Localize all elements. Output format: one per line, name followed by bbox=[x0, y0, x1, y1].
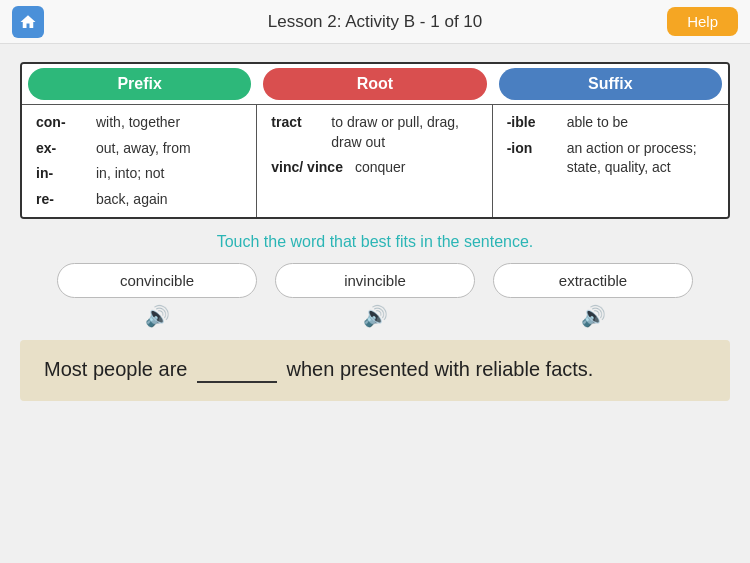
word-choices: convincible invincible extractible bbox=[20, 263, 730, 298]
speaker-icon: 🔊 bbox=[145, 304, 170, 328]
prefix-header-col: Prefix bbox=[22, 64, 257, 104]
choice-invincible[interactable]: invincible bbox=[275, 263, 475, 298]
list-item: con- with, together bbox=[36, 113, 242, 133]
suffix-val-1: able to be bbox=[567, 113, 629, 133]
speaker-icon: 🔊 bbox=[363, 304, 388, 328]
prefix-key-3: in- bbox=[36, 164, 84, 184]
list-item: re- back, again bbox=[36, 190, 242, 210]
prefix-val-4: back, again bbox=[96, 190, 168, 210]
suffix-val-2: an action or process; state, quality, ac… bbox=[567, 139, 714, 178]
audio-extractible[interactable]: 🔊 bbox=[493, 304, 693, 328]
root-col: tract to draw or pull, drag, draw out vi… bbox=[257, 105, 492, 217]
instruction-text: Touch the word that best fits in the sen… bbox=[20, 233, 730, 251]
speaker-icon: 🔊 bbox=[581, 304, 606, 328]
audio-convincible[interactable]: 🔊 bbox=[57, 304, 257, 328]
root-key-2: vinc/ vince bbox=[271, 158, 343, 178]
root-val-2: conquer bbox=[355, 158, 406, 178]
header: Lesson 2: Activity B - 1 of 10 Help bbox=[0, 0, 750, 44]
audio-row: 🔊 🔊 🔊 bbox=[20, 304, 730, 328]
prefix-col: con- with, together ex- out, away, from … bbox=[22, 105, 257, 217]
prefix-key-4: re- bbox=[36, 190, 84, 210]
sentence-after: when presented with reliable facts. bbox=[281, 358, 593, 380]
list-item: tract to draw or pull, drag, draw out bbox=[271, 113, 477, 152]
list-item: vinc/ vince conquer bbox=[271, 158, 477, 178]
home-icon bbox=[19, 13, 37, 31]
list-item: -ion an action or process; state, qualit… bbox=[507, 139, 714, 178]
root-header: Root bbox=[263, 68, 486, 100]
choice-convincible[interactable]: convincible bbox=[57, 263, 257, 298]
table-body: con- with, together ex- out, away, from … bbox=[22, 104, 728, 217]
root-header-col: Root bbox=[257, 64, 492, 104]
sentence-before: Most people are bbox=[44, 358, 193, 380]
header-title: Lesson 2: Activity B - 1 of 10 bbox=[268, 12, 483, 32]
table-header-row: Prefix Root Suffix bbox=[22, 64, 728, 104]
home-button[interactable] bbox=[12, 6, 44, 38]
suffix-header: Suffix bbox=[499, 68, 722, 100]
reference-table: Prefix Root Suffix con- with, together e… bbox=[20, 62, 730, 219]
audio-invincible[interactable]: 🔊 bbox=[275, 304, 475, 328]
sentence-blank bbox=[197, 358, 277, 383]
list-item: ex- out, away, from bbox=[36, 139, 242, 159]
root-key-1: tract bbox=[271, 113, 319, 152]
help-button[interactable]: Help bbox=[667, 7, 738, 36]
choice-extractible[interactable]: extractible bbox=[493, 263, 693, 298]
list-item: in- in, into; not bbox=[36, 164, 242, 184]
list-item: -ible able to be bbox=[507, 113, 714, 133]
prefix-val-3: in, into; not bbox=[96, 164, 165, 184]
prefix-val-1: with, together bbox=[96, 113, 180, 133]
suffix-key-2: -ion bbox=[507, 139, 555, 178]
suffix-key-1: -ible bbox=[507, 113, 555, 133]
prefix-val-2: out, away, from bbox=[96, 139, 191, 159]
sentence-area: Most people are when presented with reli… bbox=[20, 340, 730, 401]
suffix-col: -ible able to be -ion an action or proce… bbox=[493, 105, 728, 217]
main-content: Prefix Root Suffix con- with, together e… bbox=[0, 44, 750, 411]
prefix-key-1: con- bbox=[36, 113, 84, 133]
prefix-header: Prefix bbox=[28, 68, 251, 100]
root-val-1: to draw or pull, drag, draw out bbox=[331, 113, 477, 152]
suffix-header-col: Suffix bbox=[493, 64, 728, 104]
prefix-key-2: ex- bbox=[36, 139, 84, 159]
